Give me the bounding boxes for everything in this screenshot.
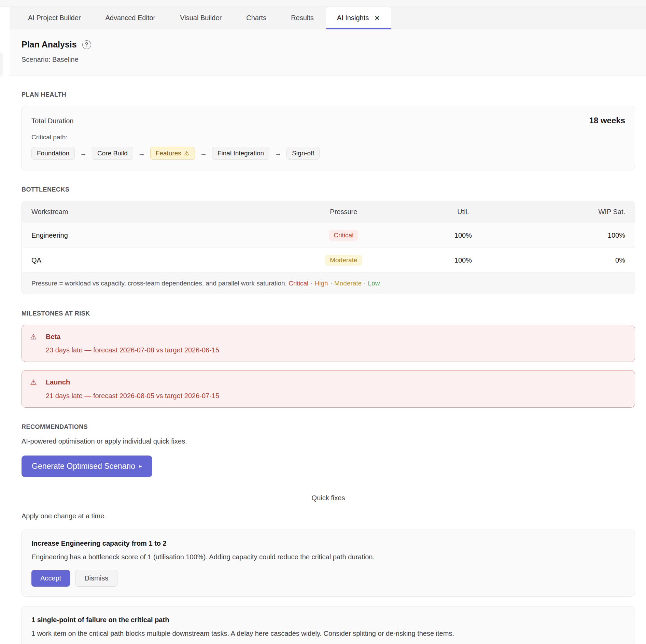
table-header-row: Workstream Pressure Util. WIP Sat.: [22, 201, 635, 223]
workstream-cell: Engineering: [22, 223, 279, 248]
path-chip-foundation[interactable]: Foundation: [31, 147, 75, 160]
total-duration-value: 18 weeks: [589, 116, 625, 125]
path-chip-features[interactable]: Features⚠: [150, 147, 195, 160]
arrow-icon: →: [80, 150, 87, 157]
quick-fix-card-spof: 1 single-point of failure on the critica…: [22, 606, 635, 644]
col-wip-sat: WIP Sat.: [518, 201, 635, 223]
tab-ai-insights-label: AI Insights: [337, 14, 369, 22]
milestone-detail: 21 days late — forecast 2026-08-05 vs ta…: [46, 392, 627, 400]
divider-line: [22, 498, 304, 498]
arrow-icon: →: [200, 150, 207, 157]
tab-visual-builder[interactable]: Visual Builder: [168, 7, 234, 29]
path-chip-features-label: Features: [156, 150, 181, 157]
pressure-legend: Pressure = workload vs capacity, cross-t…: [22, 272, 635, 294]
quick-fix-description: 1 work item on the critical path blocks …: [31, 630, 625, 638]
active-tab-underline: [326, 28, 391, 29]
quick-fixes-label: Quick fixes: [312, 494, 345, 502]
section-milestones-at-risk: MILESTONES AT RISK: [22, 310, 635, 317]
quick-fix-title: 1 single-point of failure on the critica…: [31, 616, 625, 624]
help-icon[interactable]: ?: [82, 40, 91, 49]
tab-ai-project-builder[interactable]: AI Project Builder: [16, 7, 93, 29]
legend-separator: ·: [328, 280, 334, 287]
quick-fixes-divider: Quick fixes: [22, 494, 635, 502]
tab-ai-insights[interactable]: AI Insights ✕: [326, 7, 391, 29]
warning-icon: ⚠: [30, 378, 46, 387]
legend-text: Pressure = workload vs capacity, cross-t…: [31, 280, 287, 287]
wip-cell: 0%: [518, 248, 635, 273]
left-rail: [0, 7, 9, 644]
tab-advanced-editor[interactable]: Advanced Editor: [93, 7, 168, 29]
legend-high: High: [315, 280, 328, 287]
wip-cell: 100%: [518, 223, 635, 248]
section-bottlenecks: BOTTLENECKS: [22, 186, 635, 193]
close-icon[interactable]: ✕: [374, 14, 380, 22]
panel-content: PLAN HEALTH Total Duration 18 weeks Crit…: [10, 91, 646, 644]
section-recommendations: RECOMMENDATIONS: [22, 423, 635, 431]
quick-fix-description: Engineering has a bottleneck score of 1 …: [31, 553, 625, 561]
warning-icon: ⚠: [30, 333, 46, 341]
quick-fix-title: Increase Engineering capacity from 1 to …: [31, 540, 625, 547]
warning-icon: ⚠: [184, 150, 189, 157]
legend-separator: ·: [308, 280, 314, 287]
page-title: Plan Analysis: [22, 40, 77, 50]
legend-moderate: Moderate: [334, 280, 362, 287]
milestone-name: Launch: [46, 378, 627, 386]
path-chip-core-build[interactable]: Core Build: [92, 147, 133, 160]
table-row: QA Moderate 100% 0%: [22, 248, 635, 273]
legend-critical: Critical: [289, 280, 308, 287]
scenario-label: Scenario: Baseline: [22, 56, 646, 64]
total-duration-label: Total Duration: [31, 117, 73, 125]
generate-button-label: Generate Optimised Scenario: [32, 462, 135, 471]
critical-path-chips: Foundation → Core Build → Features⚠ → Fi…: [31, 147, 625, 160]
pressure-badge: Critical: [329, 230, 358, 241]
tab-charts[interactable]: Charts: [234, 7, 279, 29]
col-util: Util.: [408, 201, 518, 223]
col-workstream: Workstream: [22, 201, 279, 223]
col-pressure: Pressure: [279, 201, 408, 223]
legend-separator: ·: [362, 280, 368, 287]
legend-low: Low: [368, 280, 380, 287]
util-cell: 100%: [408, 248, 518, 273]
path-chip-final-integration[interactable]: Final Integration: [212, 147, 269, 160]
tab-results[interactable]: Results: [279, 7, 326, 29]
workstream-cell: QA: [22, 248, 279, 273]
dismiss-button[interactable]: Dismiss: [75, 570, 117, 587]
window-top-strip: [0, 0, 646, 6]
milestone-name: Beta: [46, 333, 627, 341]
bottlenecks-table: Workstream Pressure Util. WIP Sat. Engin…: [22, 201, 635, 294]
tab-bar: AI Project Builder Advanced Editor Visua…: [10, 7, 646, 29]
arrow-icon: →: [138, 150, 145, 157]
recommendations-subtitle: AI-powered optimisation or apply individ…: [22, 437, 635, 445]
generate-optimised-scenario-button[interactable]: Generate Optimised Scenario ▸: [22, 456, 152, 477]
side-panel-edge: [0, 52, 3, 77]
plan-health-card: Total Duration 18 weeks Critical path: F…: [22, 106, 635, 170]
caret-right-icon: ▸: [139, 463, 142, 469]
milestone-card-beta: ⚠ Beta 23 days late — forecast 2026-07-0…: [22, 325, 635, 362]
ai-insights-panel: AI Project Builder Advanced Editor Visua…: [10, 7, 646, 644]
util-cell: 100%: [408, 223, 518, 248]
quick-fix-card-capacity: Increase Engineering capacity from 1 to …: [22, 530, 635, 597]
apply-note: Apply one change at a time.: [22, 512, 635, 520]
section-plan-health: PLAN HEALTH: [22, 91, 635, 98]
critical-path-label: Critical path:: [31, 134, 625, 141]
milestone-card-launch: ⚠ Launch 21 days late — forecast 2026-08…: [22, 370, 635, 407]
accept-button[interactable]: Accept: [31, 570, 70, 587]
path-chip-sign-off[interactable]: Sign-off: [286, 147, 320, 160]
pressure-badge: Moderate: [325, 255, 362, 266]
divider-line: [353, 498, 635, 498]
table-row: Engineering Critical 100% 100%: [22, 223, 635, 248]
arrow-icon: →: [275, 150, 281, 157]
panel-header: Plan Analysis ? Scenario: Baseline: [10, 29, 646, 75]
milestone-detail: 23 days late — forecast 2026-07-08 vs ta…: [46, 346, 627, 354]
